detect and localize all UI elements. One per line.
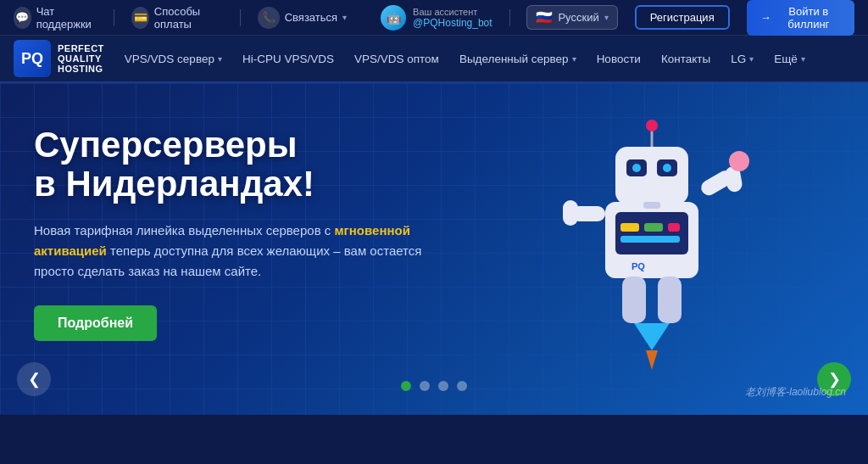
svg-point-18 (729, 151, 749, 171)
hero-button[interactable]: Подробней (34, 305, 157, 341)
nav-label-contacts: Контакты (661, 53, 710, 65)
assistant-text: Ваш ассистент @PQHosting_bot (413, 7, 492, 29)
svg-rect-15 (563, 200, 578, 226)
logo-text: PERFECT QUALITY HOSTING (58, 43, 104, 74)
support-link[interactable]: 💬 Чат поддержки (14, 5, 97, 31)
nav-label-lg: LG (731, 53, 746, 65)
nav-item-dedicated[interactable]: Выделенный сервер ▾ (451, 46, 585, 72)
hero-robot: PQ (554, 100, 749, 372)
payment-label: Способы оплаты (154, 5, 223, 31)
svg-rect-4 (668, 223, 680, 232)
watermark: 老刘博客-laoliublog.cn (745, 385, 846, 400)
svg-point-9 (632, 164, 641, 172)
hero-highlight1: мгновенной (334, 223, 409, 238)
svg-point-10 (663, 164, 671, 172)
slide-dot-1[interactable] (401, 381, 411, 391)
svg-point-12 (646, 120, 658, 131)
contact-chevron: ▾ (342, 13, 347, 22)
assistant-label: Ваш ассистент (413, 7, 492, 17)
svg-marker-21 (634, 323, 670, 350)
nav-item-more[interactable]: Ещё ▾ (765, 46, 814, 72)
nav-item-vps-bulk[interactable]: VPS/VDS оптом (346, 46, 448, 72)
svg-rect-5 (620, 236, 680, 243)
svg-rect-19 (622, 277, 646, 323)
nav-label-hicpu: Hi-CPU VPS/VDS (242, 53, 334, 65)
payment-icon: 💳 (131, 7, 149, 29)
billing-button[interactable]: → Войти в биллинг (747, 0, 854, 36)
language-selector[interactable]: 🇷🇺 Русский ▾ (526, 5, 617, 30)
divider2 (240, 9, 241, 26)
logo-icon-text: PQ (21, 50, 43, 68)
lang-chevron: ▾ (604, 13, 609, 22)
nav-label-vps-vds: VPS/VDS сервер (125, 53, 214, 65)
prev-arrow-icon: ❮ (28, 370, 41, 389)
hero-highlight-middle: активацией (34, 243, 107, 258)
svg-rect-20 (658, 277, 682, 323)
billing-icon: → (760, 11, 771, 24)
nav-item-lg[interactable]: LG ▾ (722, 46, 762, 72)
svg-text:PQ: PQ (632, 261, 645, 271)
register-button[interactable]: Регистрация (635, 5, 730, 30)
nav-chevron-lg: ▾ (749, 54, 754, 64)
assistant-block: 🤖 Ваш ассистент @PQHosting_bot (381, 5, 492, 31)
hero-section: Суперсерверыв Нидерландах! Новая тарифна… (0, 83, 868, 415)
top-bar: 💬 Чат поддержки 💳 Способы оплаты 📞 Связа… (0, 0, 868, 36)
slide-dot-2[interactable] (420, 381, 430, 391)
hero-content: Суперсерверыв Нидерландах! Новая тарифна… (34, 126, 509, 341)
slide-dot-4[interactable] (457, 381, 467, 391)
slide-dot-3[interactable] (438, 381, 448, 391)
logo-line1: PERFECT (58, 43, 104, 53)
svg-rect-6 (615, 147, 688, 204)
nav-chevron-dedicated: ▾ (572, 54, 576, 64)
svg-marker-22 (646, 350, 658, 370)
nav-label-more: Ещё (774, 53, 798, 65)
svg-rect-2 (620, 223, 639, 232)
hero-desc-before: Новая тарифная линейка выделенных сервер… (34, 223, 334, 238)
assistant-handle[interactable]: @PQHosting_bot (413, 17, 492, 29)
svg-rect-3 (644, 223, 663, 232)
logo-line2: QUALITY (58, 53, 104, 64)
contact-link[interactable]: 📞 Связаться ▾ (258, 7, 347, 29)
nav-bar: PQ PERFECT QUALITY HOSTING VPS/VDS серве… (0, 36, 868, 83)
contact-label: Связаться (285, 11, 337, 24)
contact-icon: 📞 (258, 7, 280, 29)
divider3 (509, 9, 510, 26)
flag-icon: 🇷🇺 (536, 9, 553, 25)
logo-line3: HOSTING (58, 64, 104, 74)
svg-rect-1 (615, 212, 688, 254)
nav-item-contacts[interactable]: Контакты (653, 46, 719, 72)
nav-label-dedicated: Выделенный сервер (459, 53, 569, 65)
slide-prev-button[interactable]: ❮ (17, 362, 51, 396)
nav-item-news[interactable]: Новости (588, 46, 649, 72)
slide-dots (401, 381, 467, 391)
nav-label-news: Новости (597, 53, 641, 65)
divider1 (114, 9, 114, 26)
assistant-avatar: 🤖 (381, 5, 406, 31)
hero-desc: Новая тарифная линейка выделенных сервер… (34, 221, 458, 282)
nav-item-hicpu[interactable]: Hi-CPU VPS/VDS (234, 46, 342, 72)
hero-title: Суперсерверыв Нидерландах! (34, 126, 509, 204)
lang-label: Русский (558, 11, 598, 24)
logo-icon: PQ (14, 40, 51, 77)
payment-link[interactable]: 💳 Способы оплаты (131, 5, 223, 31)
support-label: Чат поддержки (36, 5, 97, 31)
billing-label: Войти в биллинг (776, 5, 841, 31)
nav-item-vps-vds[interactable]: VPS/VDS сервер ▾ (116, 46, 231, 72)
nav-chevron-vps: ▾ (218, 54, 222, 64)
logo[interactable]: PQ PERFECT QUALITY HOSTING (14, 40, 104, 77)
svg-rect-13 (643, 202, 660, 209)
nav-chevron-more: ▾ (801, 54, 805, 64)
nav-label-vps-bulk: VPS/VDS оптом (354, 53, 439, 65)
support-icon: 💬 (14, 7, 31, 29)
